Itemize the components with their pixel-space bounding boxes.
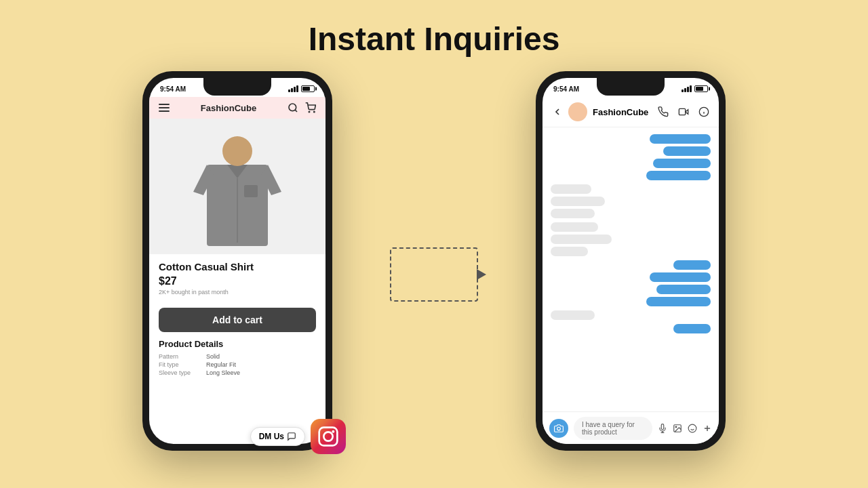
microphone-icon[interactable]: [658, 424, 667, 433]
camera-button[interactable]: [549, 419, 568, 438]
msg-group-left-2: [551, 222, 711, 256]
msg-group-right-2: [551, 260, 711, 306]
svg-point-3: [314, 111, 315, 112]
plus-icon[interactable]: [703, 424, 712, 433]
svg-point-24: [688, 424, 696, 432]
svg-rect-9: [244, 185, 258, 197]
svg-point-10: [222, 136, 252, 166]
product-details-title: Product Details: [159, 339, 316, 349]
connector-area: [387, 247, 481, 302]
instagram-overlay: DM Us: [250, 419, 346, 454]
msg-bubble: [551, 209, 595, 218]
search-icon[interactable]: [288, 102, 298, 113]
left-notch: [203, 78, 271, 96]
back-icon[interactable]: [552, 106, 563, 117]
svg-rect-11: [319, 428, 338, 446]
msg-bubble: [673, 324, 711, 333]
msg-bubble: [551, 197, 605, 206]
dm-us-label: DM Us: [259, 432, 284, 441]
dm-header: FashionCube: [542, 97, 719, 127]
dm-header-left: FashionCube: [552, 102, 648, 121]
dm-input-bar: I have a query for this product: [542, 411, 719, 444]
phones-area: 9:54 AM Fashio: [0, 71, 868, 451]
svg-rect-14: [679, 108, 685, 115]
detail-val-sleeve: Long Sleeve: [206, 369, 240, 376]
msg-bubble: [551, 222, 598, 232]
left-phone-screen: 9:54 AM Fashio: [149, 78, 326, 444]
msg-bubble: [656, 285, 711, 294]
detail-key-pattern: Pattern: [159, 353, 206, 360]
svg-line-1: [295, 110, 297, 112]
svg-point-13: [332, 430, 334, 433]
right-status-icons: [682, 85, 708, 92]
instagram-icon[interactable]: [311, 419, 346, 454]
msg-group-left-3: [551, 310, 711, 320]
messages-area: [542, 127, 719, 426]
detail-row-sleeve: Sleeve type Long Sleeve: [159, 369, 316, 376]
add-to-cart-button[interactable]: Add to cart: [159, 308, 316, 332]
page-title: Instant Inquiries: [309, 20, 560, 58]
msg-bubble: [551, 184, 591, 194]
detail-row-fit: Fit type Regular Fit: [159, 361, 316, 368]
product-image: [149, 119, 326, 254]
signal-icon: [288, 85, 298, 92]
chat-icon: [287, 432, 296, 441]
detail-key-fit: Fit type: [159, 361, 206, 368]
svg-point-0: [289, 104, 296, 111]
svg-point-23: [675, 426, 677, 428]
msg-bubble: [551, 310, 595, 320]
info-icon[interactable]: [698, 106, 709, 117]
msg-bubble: [551, 247, 588, 256]
msg-bubble: [663, 146, 711, 156]
msg-bubble: [551, 235, 612, 244]
right-phone-screen: 9:54 AM Fa: [542, 78, 719, 444]
product-name: Cotton Casual Shirt: [159, 261, 316, 272]
dm-avatar: [568, 102, 587, 121]
product-details: Product Details Pattern Solid Fit type R…: [149, 339, 326, 376]
msg-bubble: [646, 171, 711, 180]
msg-group-right-3: [551, 324, 711, 333]
msg-bubble: [653, 159, 711, 168]
dm-us-button[interactable]: DM Us: [250, 427, 305, 446]
detail-key-sleeve: Sleeve type: [159, 369, 206, 376]
battery-icon: [301, 85, 315, 92]
msg-bubble: [673, 260, 711, 270]
dm-text-input[interactable]: I have a query for this product: [574, 417, 652, 440]
product-price: $27: [159, 275, 316, 287]
shop-header: FashionCube: [149, 97, 326, 119]
video-icon[interactable]: [678, 106, 689, 117]
msg-bubble: [646, 297, 711, 306]
svg-point-2: [309, 111, 309, 112]
product-info: Cotton Casual Shirt $27 2K+ bought in pa…: [149, 254, 326, 308]
dm-header-right: [658, 106, 709, 117]
right-status-time: 9:54 AM: [553, 85, 579, 93]
detail-row-pattern: Pattern Solid: [159, 353, 316, 360]
shop-header-icons: [288, 102, 316, 113]
svg-point-19: [557, 427, 561, 430]
msg-bubble: [650, 134, 711, 144]
emoji-icon[interactable]: [688, 424, 697, 433]
detail-val-pattern: Solid: [206, 353, 220, 360]
dm-brand-name: FashionCube: [593, 107, 648, 117]
msg-bubble: [650, 272, 711, 282]
phone-icon[interactable]: [658, 106, 669, 117]
right-battery-icon: [694, 85, 708, 92]
dm-input-placeholder: I have a query for this product: [582, 421, 635, 436]
dm-input-action-icons: [658, 424, 712, 433]
image-icon[interactable]: [673, 424, 682, 433]
left-status-icons: [288, 85, 315, 92]
shirt-illustration: [190, 124, 285, 249]
right-signal-icon: [682, 85, 692, 92]
camera-icon: [554, 424, 564, 433]
dashed-arrow-box: [390, 247, 478, 302]
shop-brand: FashionCube: [201, 103, 256, 113]
hamburger-icon[interactable]: [159, 104, 170, 112]
product-sold: 2K+ bought in past month: [159, 289, 316, 296]
right-phone: 9:54 AM Fa: [536, 71, 726, 451]
left-phone: 9:54 AM Fashio: [142, 71, 332, 451]
cart-icon[interactable]: [305, 102, 316, 113]
svg-point-12: [323, 432, 332, 441]
msg-group-left-1: [551, 184, 711, 218]
left-status-time: 9:54 AM: [160, 85, 186, 93]
right-notch: [597, 78, 665, 96]
